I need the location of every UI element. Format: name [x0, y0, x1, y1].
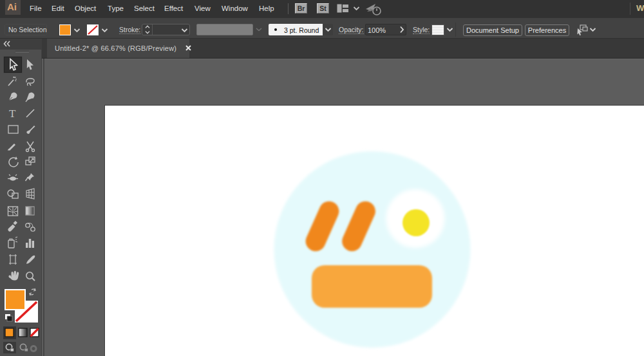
svg-text:T: T	[9, 108, 16, 120]
